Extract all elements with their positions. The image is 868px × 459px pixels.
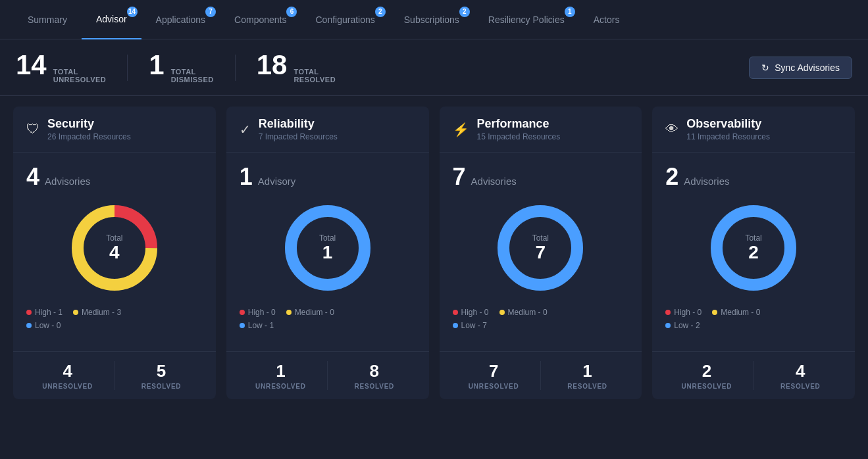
tab-components-label: Components (234, 14, 286, 25)
legend-item: Low - 0 (26, 321, 61, 330)
advisories-label-observability: 2 Advisories (665, 163, 842, 191)
tab-configurations[interactable]: Configurations 2 (301, 0, 389, 39)
donut-container-security: Total 4 (26, 199, 203, 297)
legend-dot (240, 323, 245, 328)
tab-advisor-badge: 14 (127, 7, 138, 17)
bottom-stats-reliability: 1 UNRESOLVED 8 RESOLVED (226, 351, 429, 399)
tab-configurations-label: Configurations (315, 14, 374, 25)
bottom-stat-unresolved-reliability[interactable]: 1 UNRESOLVED (240, 361, 322, 390)
tab-applications[interactable]: Applications 7 (141, 0, 220, 39)
bottom-stat-unresolved-security[interactable]: 4 UNRESOLVED (26, 361, 109, 390)
stat-unresolved-number: 14 (16, 51, 47, 79)
sync-advisories-button[interactable]: ↻ Sync Advisories (749, 57, 852, 79)
legend-performance: High - 0 Medium - 0 Low - 7 (453, 308, 629, 330)
bottom-stats-security: 4 UNRESOLVED 5 RESOLVED (13, 351, 216, 399)
tab-summary[interactable]: Summary (13, 0, 82, 39)
legend-dot (453, 323, 458, 328)
stat-unresolved[interactable]: 14 TOTAL UNRESOLVED (16, 51, 106, 84)
donut-svg-reliability (278, 199, 377, 297)
legend-label: Medium - 0 (295, 308, 334, 317)
card-performance[interactable]: ⚡ Performance 15 Impacted Resources 7 Ad… (440, 107, 642, 399)
tab-actors-label: Actors (594, 14, 620, 25)
bottom-stat-resolved-number-reliability: 8 (370, 361, 379, 381)
stat-dismissed[interactable]: 1 TOTAL DISMISSED (149, 51, 213, 84)
legend-item: Low - 2 (665, 321, 700, 330)
stat-resolved-line2: RESOLVED (294, 76, 336, 84)
bottom-stat-resolved-observability[interactable]: 4 RESOLVED (759, 361, 842, 390)
bottom-stat-unresolved-number-observability: 2 (702, 361, 711, 381)
stat-divider-1 (127, 55, 128, 81)
card-title-block-reliability: Reliability 7 Impacted Resources (259, 117, 338, 141)
donut-container-observability: Total 2 (665, 199, 842, 297)
bottom-stat-divider-security (114, 361, 115, 390)
bottom-stat-resolved-number-performance: 1 (582, 361, 592, 381)
bottom-stat-resolved-performance[interactable]: 1 RESOLVED (546, 361, 628, 390)
advisories-text-reliability: Advisory (258, 176, 296, 187)
tab-advisor[interactable]: Advisor 14 (82, 0, 141, 39)
legend-item: High - 1 (26, 308, 63, 317)
legend-label: High - 0 (461, 308, 489, 317)
card-icon-security: 🛡 (26, 122, 39, 137)
card-body-reliability: 1 Advisory Total 1 High - 0 Medium - 0 (226, 153, 429, 351)
sync-icon: ↻ (761, 62, 769, 73)
legend-dot (73, 310, 78, 315)
card-security[interactable]: 🛡 Security 26 Impacted Resources 4 Advis… (13, 107, 216, 399)
card-icon-reliability: ✓ (240, 122, 251, 137)
card-body-performance: 7 Advisories Total 7 High - 0 Medium - 0 (440, 153, 642, 351)
legend-item: Medium - 0 (712, 308, 760, 317)
svg-point-4 (291, 211, 365, 285)
tab-resiliency-policies-label: Resiliency Policies (488, 14, 565, 25)
donut-container-reliability: Total 1 (240, 199, 416, 297)
bottom-stat-resolved-number-security: 5 (157, 361, 166, 381)
legend-dot (286, 310, 292, 315)
legend-dot (240, 310, 245, 315)
tab-summary-label: Summary (28, 14, 67, 25)
card-header-observability: 👁 Observability 11 Impacted Resources (652, 107, 855, 153)
card-icon-performance: ⚡ (453, 122, 469, 137)
legend-item: High - 0 (240, 308, 276, 317)
legend-item: Low - 1 (240, 321, 274, 330)
bottom-stat-resolved-label-performance: RESOLVED (567, 383, 607, 390)
bottom-stat-resolved-reliability[interactable]: 8 RESOLVED (333, 361, 415, 390)
tab-subscriptions-badge: 2 (459, 7, 470, 17)
bottom-stat-unresolved-observability[interactable]: 2 UNRESOLVED (665, 361, 748, 390)
card-header-security: 🛡 Security 26 Impacted Resources (13, 107, 216, 153)
bottom-stat-divider-reliability (327, 361, 328, 390)
card-subtitle-performance: 15 Impacted Resources (477, 132, 561, 141)
legend-label: Medium - 0 (721, 308, 760, 317)
advisories-label-reliability: 1 Advisory (240, 163, 416, 191)
donut-container-performance: Total 7 (453, 199, 629, 297)
bottom-stat-divider-performance (540, 361, 541, 390)
card-observability[interactable]: 👁 Observability 11 Impacted Resources 2 … (652, 107, 855, 399)
bottom-stat-unresolved-label-performance: UNRESOLVED (469, 383, 519, 390)
card-reliability[interactable]: ✓ Reliability 7 Impacted Resources 1 Adv… (226, 107, 429, 399)
cards-grid: 🛡 Security 26 Impacted Resources 4 Advis… (0, 96, 868, 410)
stat-resolved-line1: TOTAL (294, 68, 336, 76)
legend-label: Medium - 3 (82, 308, 121, 317)
bottom-stat-resolved-security[interactable]: 5 RESOLVED (120, 361, 202, 390)
card-subtitle-reliability: 7 Impacted Resources (259, 132, 338, 141)
card-title-block-security: Security 26 Impacted Resources (47, 117, 131, 141)
stat-unresolved-label: TOTAL UNRESOLVED (53, 68, 107, 84)
legend-dot (26, 323, 32, 328)
stat-divider-2 (235, 55, 236, 81)
legend-item: Low - 7 (453, 321, 487, 330)
donut-svg-performance (491, 199, 590, 297)
tab-resiliency-policies-badge: 1 (565, 7, 575, 17)
legend-reliability: High - 0 Medium - 0 Low - 1 (240, 308, 416, 330)
bottom-stat-unresolved-performance[interactable]: 7 UNRESOLVED (453, 361, 535, 390)
advisories-text-security: Advisories (45, 176, 90, 187)
card-title-block-observability: Observability 11 Impacted Resources (686, 117, 770, 141)
tab-subscriptions-label: Subscriptions (404, 14, 459, 25)
tab-actors[interactable]: Actors (579, 0, 634, 39)
tab-resiliency-policies[interactable]: Resiliency Policies 1 (474, 0, 579, 39)
tab-subscriptions[interactable]: Subscriptions 2 (390, 0, 474, 39)
stat-dismissed-line1: TOTAL (171, 68, 214, 76)
tab-applications-badge: 7 (205, 7, 216, 17)
stats-bar: 14 TOTAL UNRESOLVED 1 TOTAL DISMISSED 18… (0, 39, 868, 96)
legend-dot (665, 323, 671, 328)
tab-components[interactable]: Components 6 (220, 0, 301, 39)
advisories-number-security: 4 (26, 163, 39, 191)
stat-resolved[interactable]: 18 TOTAL RESOLVED (257, 51, 336, 84)
bottom-stat-unresolved-number-reliability: 1 (276, 361, 285, 381)
